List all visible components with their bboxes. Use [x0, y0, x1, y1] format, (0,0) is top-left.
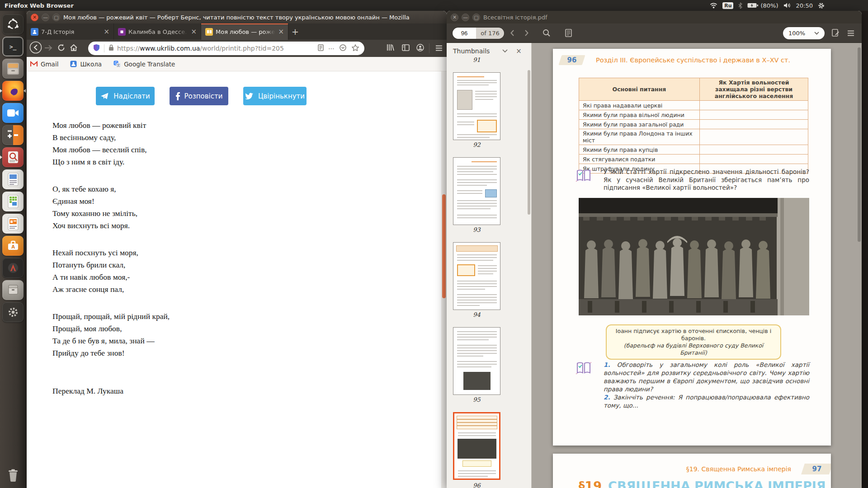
- tab-poem-active[interactable]: Моя любов — рожевий ×: [201, 23, 288, 40]
- dock-item-document-viewer[interactable]: [2, 147, 24, 167]
- window-close-button[interactable]: ✕: [31, 14, 38, 21]
- page-actions-icon[interactable]: ⋯: [328, 45, 335, 52]
- window-minimize-button[interactable]: —: [462, 14, 469, 21]
- sidebar-scrollbar-thumb[interactable]: [528, 70, 530, 215]
- sidebar-title[interactable]: Thumbnails: [453, 47, 490, 55]
- volume-icon[interactable]: [783, 2, 791, 9]
- thumbnail-page-94[interactable]: [453, 242, 500, 310]
- tab-close-icon[interactable]: ×: [278, 28, 284, 36]
- zoom-level-dropdown[interactable]: 100%: [783, 27, 825, 39]
- poem-stanza: Нехай посхнуть усі моря, Потануть брили …: [52, 247, 170, 296]
- clock[interactable]: 20:50: [796, 2, 813, 9]
- firefox-scrollbar[interactable]: [441, 71, 447, 488]
- dock-item-zoom[interactable]: [2, 103, 24, 123]
- dock-item-ubuntu-dash[interactable]: [2, 14, 24, 34]
- search-icon[interactable]: [542, 29, 551, 37]
- section-title-heading: §19СВЯЩЕННА РИМСЬКА ІМПЕРІЯ: [579, 479, 826, 488]
- pdf-menu-hamburger-icon[interactable]: [847, 30, 854, 36]
- dock-item-files[interactable]: [2, 59, 24, 79]
- battery-icon[interactable]: [747, 3, 758, 8]
- dock-item-terminal[interactable]: >_: [2, 37, 24, 56]
- home-button[interactable]: [67, 44, 80, 53]
- library-icon[interactable]: [384, 44, 396, 53]
- window-maximize-button[interactable]: ▢: [472, 14, 480, 21]
- wifi-icon[interactable]: [710, 2, 717, 9]
- firefox-titlebar[interactable]: ✕ — ▢ Моя любов — рожевий квіт — Роберт …: [27, 11, 447, 23]
- thumbnail-page-93[interactable]: [453, 157, 500, 225]
- dock-item-archive-manager[interactable]: [2, 280, 24, 300]
- tab-bar: 7-Д Історія × Калимба в Одессе. Цен × Мо…: [27, 23, 447, 40]
- reload-button[interactable]: [55, 44, 67, 53]
- dock-item-libreoffice-impress[interactable]: [2, 214, 24, 234]
- terminal-prompt-glyph: >_: [9, 43, 17, 50]
- facebook-icon: [175, 92, 180, 100]
- url-bar[interactable]: https://www.ukrlib.com.ua/world/printit.…: [88, 42, 364, 55]
- dock-item-firefox[interactable]: [2, 81, 24, 101]
- tab-favicon: [31, 28, 38, 36]
- bookmark-star-icon[interactable]: [352, 44, 359, 52]
- next-page-icon[interactable]: [524, 29, 529, 37]
- window-close-button[interactable]: ✕: [451, 14, 458, 21]
- account-icon[interactable]: [414, 44, 426, 53]
- dock-item-ubuntu-software[interactable]: A: [2, 236, 24, 256]
- twitter-share-button[interactable]: Цвірінькнути: [243, 87, 307, 105]
- thumbnail-page-92[interactable]: [453, 72, 500, 140]
- thumbnail-label[interactable]: 96: [453, 482, 500, 488]
- window-title: Всесвітня історія.pdf: [483, 14, 547, 21]
- sidebar-dropdown-chevron-icon[interactable]: [502, 49, 508, 53]
- reader-mode-icon[interactable]: [318, 44, 324, 52]
- facebook-share-button[interactable]: Розповісти: [170, 87, 228, 105]
- thumbnail-label[interactable]: 94: [453, 311, 500, 318]
- new-tab-button[interactable]: +: [288, 23, 302, 40]
- side-pane-edit-icon[interactable]: [832, 29, 840, 38]
- bookmark-gmail[interactable]: Gmail: [30, 61, 58, 68]
- dock-item-libreoffice-writer[interactable]: [2, 169, 24, 189]
- thumbnail-page-96-selected[interactable]: [453, 412, 500, 480]
- poem-translator-credit: Переклад М. Лукаша: [52, 385, 170, 397]
- pocket-icon[interactable]: [340, 44, 346, 52]
- thumbnail-label[interactable]: 91: [453, 56, 500, 63]
- tab-favicon: [118, 28, 126, 36]
- forward-button[interactable]: [42, 44, 55, 53]
- lock-icon[interactable]: [104, 44, 114, 52]
- thumbnail-label[interactable]: 93: [453, 226, 500, 233]
- thumbnail-label[interactable]: 95: [453, 396, 500, 403]
- window-maximize-button[interactable]: ▢: [52, 14, 60, 21]
- dock-item-settings[interactable]: [2, 302, 24, 322]
- open-book-icon: [576, 169, 592, 183]
- telegram-share-button[interactable]: Надіслати: [96, 87, 155, 105]
- bookmark-school[interactable]: Школа: [70, 61, 102, 68]
- pdf-toolbar: of 176 100%: [447, 23, 862, 43]
- bookmark-google-translate[interactable]: G文 Google Translate: [113, 61, 175, 68]
- dock-item-calculator[interactable]: [2, 125, 24, 145]
- pdf-titlebar[interactable]: ✕ — ▢ Всесвітня історія.pdf: [447, 11, 862, 23]
- previous-page-icon[interactable]: [510, 29, 514, 37]
- tracking-shield-icon[interactable]: [93, 44, 100, 53]
- scrollbar-thumb[interactable]: [442, 194, 446, 298]
- bluetooth-icon[interactable]: [738, 2, 742, 9]
- annotations-icon[interactable]: [565, 29, 572, 37]
- thumbnail-page-95[interactable]: [453, 327, 500, 395]
- tab-history-class[interactable]: 7-Д Історія ×: [27, 23, 114, 40]
- tab-close-icon[interactable]: ×: [104, 28, 109, 36]
- pdf-scrollbar-thumb[interactable]: [858, 47, 861, 242]
- system-tray[interactable]: Ru (80%) 20:50: [710, 0, 825, 11]
- thumbnail-label[interactable]: 92: [453, 141, 500, 148]
- focused-app-title[interactable]: Firefox Web Browser: [5, 2, 74, 9]
- system-menu-gear-icon[interactable]: [818, 2, 825, 9]
- tab-close-icon[interactable]: ×: [191, 28, 197, 36]
- sidebar-toggle-icon[interactable]: [399, 44, 412, 53]
- back-button[interactable]: [29, 41, 42, 56]
- charter-table: Основні питання Як Хартія вольностей зах…: [579, 78, 808, 174]
- keyboard-layout-indicator[interactable]: Ru: [722, 2, 733, 9]
- dock-item-trash[interactable]: [2, 465, 24, 485]
- table-row: Які права надавали церкві: [579, 101, 700, 110]
- sidebar-close-icon[interactable]: ×: [516, 47, 522, 55]
- dock-item-libreoffice-calc[interactable]: [2, 192, 24, 211]
- page-number-control[interactable]: of 176: [452, 27, 505, 39]
- window-minimize-button[interactable]: —: [42, 14, 49, 21]
- menu-hamburger-icon[interactable]: [433, 44, 445, 53]
- dock-item-dark-app[interactable]: [2, 258, 24, 278]
- page-number-input[interactable]: [453, 28, 476, 39]
- tab-kalimba[interactable]: Калимба в Одессе. Цен ×: [114, 23, 201, 40]
